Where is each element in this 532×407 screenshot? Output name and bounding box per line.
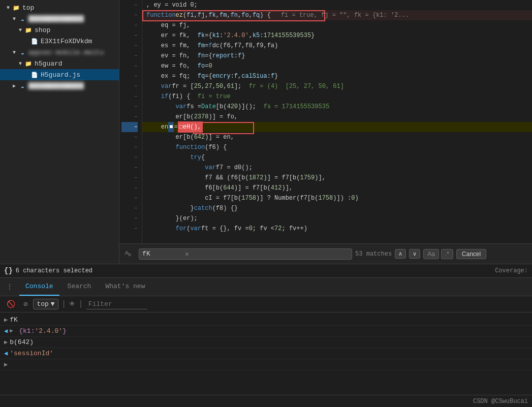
match-case-button[interactable]: Aa [423,249,439,259]
status-bar: {} 6 characters selected Coverage: [0,264,532,278]
code-editor[interactable]: , ey = void 0; function ez(fi, fj, fk, f… [142,0,532,243]
gutter-line-20: – [121,193,138,203]
find-next-button[interactable]: ∨ [409,249,420,259]
gutter-line-5: – [121,41,138,51]
tree-arrow-top [4,4,12,12]
selection-highlight: ■ [168,122,174,132]
gutter-line-4: – [121,30,138,41]
sidebar-label-cloud1: ██████████████ [28,15,84,23]
gutter-line-16: – [121,152,138,163]
cloud-icon-1: ☁ [18,15,26,23]
gutter-line-18: – [121,173,138,183]
context-label: top [37,300,48,308]
code-line-9: var fr = [25, 27, 50, 61]; fr = (4) [25,… [142,81,532,91]
file-icon-h5guardjs: 📄 [30,71,39,79]
gutter-line-7: – [121,61,138,71]
selection-info: 6 characters selected [16,267,92,274]
console-row-1: ▶ fK [0,315,532,326]
find-icons-group: Ab [123,249,133,258]
eye-icon[interactable]: 👁 [69,300,75,308]
gutter-line-23: – [121,224,138,234]
tab-console[interactable]: Console [19,278,59,296]
line-number-gutter: – – – – – – – – – – – – – – – – – – – – [119,0,142,243]
coverage-label: Coverage: [495,267,528,274]
editor-area: – – – – – – – – – – – – – – – – – – – – [119,0,532,264]
find-match-count: 53 matches [355,251,392,258]
code-line-22: }(er); [142,213,532,224]
gutter-line-12: – [121,112,138,122]
console-section: ⋮ Console Search What's new 🚫 ⊘ top ▼ | … [0,278,532,395]
find-options: Aa .* [423,249,453,259]
find-cancel-button[interactable]: Cancel [456,249,486,259]
tree-arrow-cloud2 [10,48,18,56]
sidebar-label-top: top [22,4,34,12]
gutter-line-11: – [121,102,138,112]
case-sensitive-icon[interactable]: Ab [123,249,133,258]
console-menu-icon[interactable]: ⋮ [4,280,15,293]
gutter-line-17: – [121,163,138,173]
code-line-17: var f7 = d0(); [142,163,532,173]
code-line-2: function ez(fi, fj, fk, fm, fn, fo, fq) … [142,10,532,20]
code-line-6: ev = fn, fn = {report: f} [142,51,532,61]
gutter-line-1: – [121,0,138,10]
clear-console-button[interactable]: 🚫 [4,298,18,310]
code-line-7: ew = fo, fo = 0 [142,61,532,71]
sidebar-item-shop[interactable]: 📁 shop [0,24,119,36]
console-divider-2: | [78,300,83,309]
console-row-3: ▶ b(642) [0,337,532,348]
code-line-3: eq = fj, [142,20,532,30]
sidebar: 📁 top ☁ ██████████████ 📁 shop 📄 E3X1tFoX… [0,0,119,264]
sidebar-item-top[interactable]: 📁 top [0,2,119,13]
code-line-23: for (var ft = {}, fv = 0; fv < 72; fv++) [142,224,532,234]
find-clear-button[interactable]: ✕ [183,250,191,258]
code-line-1: , ey = void 0; [142,0,532,10]
sidebar-item-h5guardjs[interactable]: 📄 H5guard.js [0,69,119,80]
code-line-15: function(f6) { [142,142,532,152]
chevron-down-icon: ▼ [51,300,55,308]
console-prompt-row: ▶ [0,359,532,370]
sidebar-item-h5guard[interactable]: 📁 h5guard [0,58,119,69]
code-line-20: cI = f7[b(1758)] ? Number(f7[b(1758)]) :… [142,193,532,203]
sidebar-item-cloud3[interactable]: ☁ ██████████████ [0,80,119,91]
regex-button[interactable]: .* [441,249,453,259]
code-line-12: er[b(2378)] = fo, [142,112,532,122]
status-left: {} 6 characters selected [4,267,92,275]
tab-search[interactable]: Search [61,278,98,296]
sidebar-label-cloud3: ██████████████ [28,82,84,90]
code-line-18: f7 && (f6[b(1872)] = f7[b(1759)], [142,173,532,183]
gutter-line-8: – [121,71,138,81]
console-value-2: {k1: [19,327,35,335]
sidebar-item-e3x1t[interactable]: 📄 E3X1tFoXDVkdm [0,36,119,47]
folder-icon-h5guard: 📁 [24,59,33,68]
console-value-2b: '2.4.0' [35,327,62,335]
console-output: ▶ fK ◀ ▶ {k1: '2.4.0' } ▶ b(642) ◀ 'sess… [0,312,532,395]
console-filter-input[interactable] [86,299,147,309]
console-value-4: 'sessionId' [10,350,53,357]
console-divider: | [61,300,67,309]
console-context-selector[interactable]: top ▼ [33,299,58,309]
no-filter-button[interactable]: ⊘ [21,298,30,310]
console-row-2: ◀ ▶ {k1: '2.4.0' } [0,326,532,337]
sidebar-item-cloud1[interactable]: ☁ ██████████████ [0,13,119,24]
find-prev-button[interactable]: ∧ [395,249,406,259]
prompt-arrow: ▶ [4,361,8,368]
code-line-21: } catch (f8) {} [142,203,532,213]
find-input[interactable] [142,250,183,258]
tree-arrow-h5guard [16,59,24,68]
sidebar-label-cloud2: appsec-mobile.meitu [28,49,104,56]
attribution-bar: CSDN @CSwuBucai [0,395,532,407]
attribution-text: CSDN @CSwuBucai [473,398,528,405]
console-row-4: ◀ 'sessionId' [0,348,532,359]
sidebar-item-cloud2[interactable]: ☁ appsec-mobile.meitu [0,47,119,58]
code-line-13-active: en ■ = □eH(), [142,122,532,132]
find-bar: Ab ✕ 53 matches ∧ ∨ Aa .* Cancel [119,243,532,264]
red-inline-highlight: □eH(), [178,121,203,133]
code-container: – – – – – – – – – – – – – – – – – – – – [119,0,532,243]
tab-whats-new[interactable]: What's new [99,278,151,296]
folder-icon-shop: 📁 [24,26,33,34]
gutter-line-13-active: – [121,122,138,132]
expand-icon-1[interactable]: ▶ [10,327,16,334]
gutter-line-6: – [121,51,138,61]
console-lt-1: ◀ [4,327,8,335]
tree-arrow-shop [16,26,24,34]
